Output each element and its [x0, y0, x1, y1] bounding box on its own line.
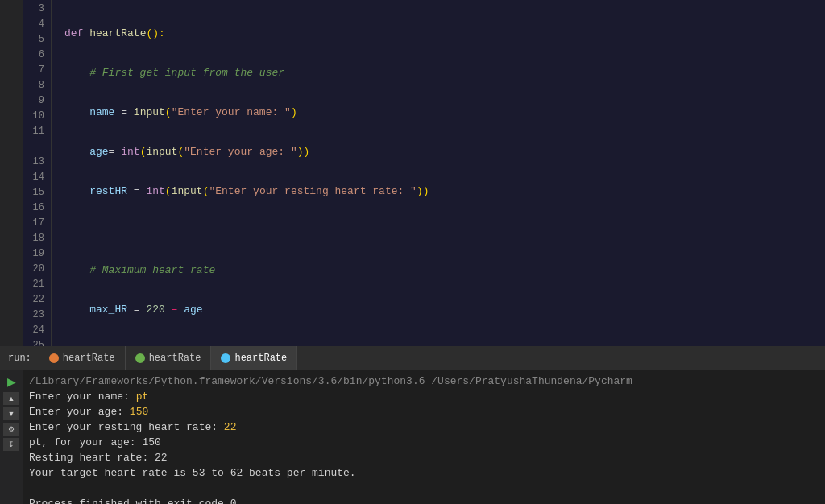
terminal-output: /Library/Frameworks/Python.framework/Ver…	[23, 370, 825, 504]
terminal-line-resting-output: Resting heart rate: 22	[29, 450, 819, 465]
terminal-line-name-output: pt, for your age: 150	[29, 435, 819, 450]
run-label: run:	[0, 346, 39, 370]
code-line-6: age= int(input("Enter your age: "))	[64, 144, 825, 159]
code-line-3: def heartRate():	[64, 26, 825, 41]
terminal-area: ▶ ▲ ▼ ⚙ ↧ /Library/Frameworks/Python.fra…	[0, 370, 825, 504]
editor-sidebar	[0, 0, 23, 346]
tab-heartrate-2[interactable]: heartRate	[126, 346, 212, 370]
terminal-line-blank	[29, 481, 819, 496]
tab-label-3: heartRate	[234, 353, 287, 364]
scroll-up-button[interactable]: ▲	[3, 392, 19, 405]
editor-panel: 3 4 5 6 7 8 9 10 11 13 14 15 16 17 18 19…	[0, 0, 825, 346]
tab-icon-2	[135, 353, 145, 363]
run-button[interactable]: ▶	[3, 374, 19, 390]
gear-icon: ⚙	[8, 425, 15, 433]
tab-label-2: heartRate	[149, 353, 201, 364]
terminal-line-age-prompt: Enter your age: 150	[29, 404, 819, 419]
arrow-down-icon: ▼	[8, 410, 15, 418]
tab-heartrate-3[interactable]: heartRate	[211, 346, 297, 370]
terminal-line-name-prompt: Enter your name: pt	[29, 389, 819, 404]
code-line-5: name = input("Enter your name: ")	[64, 105, 825, 120]
terminal-line-target-output: Your target heart rate is 53 to 62 beats…	[29, 465, 819, 481]
tabs-bar: run: heartRate heartRate heartRate	[0, 346, 825, 370]
download-icon: ↧	[8, 440, 15, 448]
bottom-panel: run: heartRate heartRate heartRate ▶	[0, 346, 825, 504]
play-icon: ▶	[7, 375, 16, 388]
code-line-9: # Maximum heart rate	[64, 262, 825, 278]
terminal-line-exit: Process finished with exit code 0	[29, 496, 819, 504]
code-line-4: # First get input from the user	[64, 65, 825, 81]
terminal-line-hr-prompt: Enter your resting heart rate: 22	[29, 419, 819, 435]
code-line-7: restHR = int(input("Enter your resting h…	[64, 184, 825, 199]
tab-heartrate-1[interactable]: heartRate	[39, 346, 126, 370]
terminal-sidebar: ▶ ▲ ▼ ⚙ ↧	[0, 370, 23, 504]
settings-button[interactable]: ⚙	[3, 423, 19, 436]
code-line-8	[64, 223, 825, 238]
scroll-down-button[interactable]: ▼	[3, 407, 19, 420]
arrow-up-icon: ▲	[8, 395, 15, 403]
code-editor[interactable]: def heartRate(): # First get input from …	[52, 0, 825, 346]
terminal-path-line: /Library/Frameworks/Python.framework/Ver…	[29, 374, 819, 389]
tab-icon-1	[49, 353, 59, 363]
line-numbers: 3 4 5 6 7 8 9 10 11 13 14 15 16 17 18 19…	[23, 0, 52, 346]
tab-label-1: heartRate	[63, 353, 115, 364]
import-button[interactable]: ↧	[3, 438, 19, 451]
code-line-10: max_HR = 220 – age	[64, 302, 825, 317]
tab-icon-3	[221, 353, 230, 363]
